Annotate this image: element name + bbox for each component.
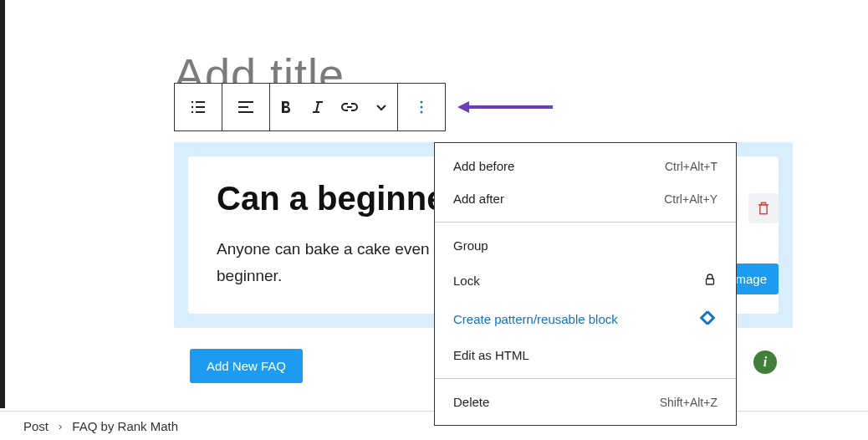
breadcrumb-block[interactable]: FAQ by Rank Math xyxy=(72,419,178,433)
align-button[interactable] xyxy=(222,84,269,130)
svg-rect-5 xyxy=(196,111,205,113)
lock-icon xyxy=(702,271,717,290)
block-toolbar xyxy=(174,83,446,131)
svg-rect-7 xyxy=(238,106,248,108)
add-faq-button[interactable]: Add New FAQ xyxy=(190,349,303,383)
svg-rect-15 xyxy=(760,205,767,214)
info-icon[interactable]: i xyxy=(753,350,777,374)
diamond-icon xyxy=(699,309,717,330)
bold-button[interactable] xyxy=(270,84,302,130)
svg-point-4 xyxy=(191,111,193,113)
breadcrumb-post[interactable]: Post xyxy=(23,419,49,433)
add-after-item[interactable]: Add after Ctrl+Alt+Y xyxy=(435,182,736,215)
svg-point-11 xyxy=(421,101,423,104)
svg-point-0 xyxy=(191,101,193,103)
italic-button[interactable] xyxy=(302,84,334,130)
create-pattern-item[interactable]: Create pattern/reusable block xyxy=(435,299,736,339)
trash-icon[interactable] xyxy=(748,193,779,223)
more-formatting-button[interactable] xyxy=(365,84,397,130)
svg-point-13 xyxy=(421,111,423,114)
admin-sidebar-sliver xyxy=(0,0,5,408)
svg-rect-8 xyxy=(238,111,253,113)
block-options-dropdown: Add before Ctrl+Alt+T Add after Ctrl+Alt… xyxy=(434,142,737,426)
link-button[interactable] xyxy=(334,84,365,130)
svg-point-2 xyxy=(191,106,193,108)
chevron-right-icon: › xyxy=(59,420,62,432)
shortcut-label: Ctrl+Alt+T xyxy=(665,160,717,173)
list-view-button[interactable] xyxy=(175,84,222,130)
group-item[interactable]: Group xyxy=(435,229,736,262)
svg-rect-1 xyxy=(196,101,205,103)
shortcut-label: Shift+Alt+Z xyxy=(660,396,717,409)
shortcut-label: Ctrl+Alt+Y xyxy=(664,192,717,206)
delete-item[interactable]: Delete Shift+Alt+Z xyxy=(435,386,736,418)
svg-rect-3 xyxy=(196,106,205,108)
lock-item[interactable]: Lock xyxy=(435,262,736,299)
add-before-item[interactable]: Add before Ctrl+Alt+T xyxy=(435,150,736,182)
options-button[interactable] xyxy=(398,84,445,130)
svg-rect-9 xyxy=(316,101,323,103)
svg-rect-16 xyxy=(707,279,714,284)
svg-point-12 xyxy=(421,106,423,109)
svg-rect-6 xyxy=(238,101,253,103)
edit-html-item[interactable]: Edit as HTML xyxy=(435,339,736,371)
